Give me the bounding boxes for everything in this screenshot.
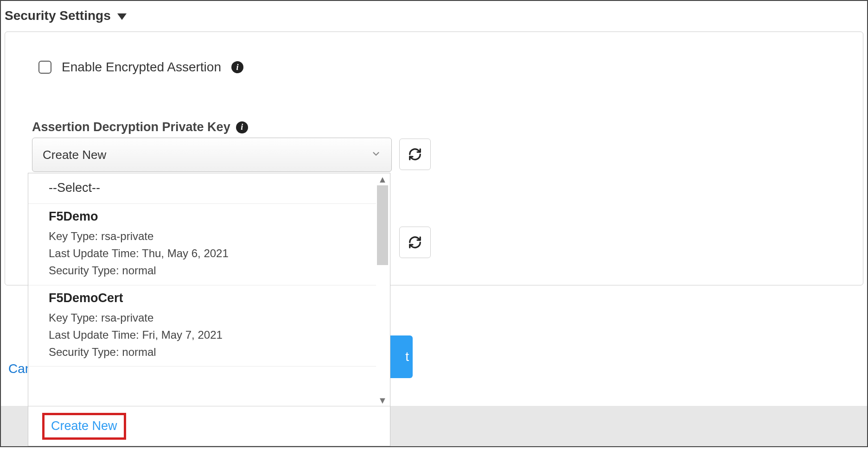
- scroll-down-arrow-icon[interactable]: ▼: [376, 395, 389, 406]
- select-value: Create New: [43, 148, 106, 162]
- section-title: Security Settings: [5, 8, 111, 23]
- chevron-down-icon: [371, 149, 381, 161]
- dropdown-item-title: F5DemoCert: [49, 291, 357, 305]
- dropdown-placeholder-label: --Select--: [49, 181, 100, 195]
- dropdown-item[interactable]: F5DemoCert Key Type: rsa-private Last Up…: [28, 285, 376, 367]
- refresh-button[interactable]: [399, 139, 431, 170]
- enable-encrypted-assertion-row: Enable Encrypted Assertion i: [38, 60, 243, 75]
- assertion-key-dropdown: --Select-- F5Demo Key Type: rsa-private …: [28, 173, 390, 446]
- dropdown-item-title-partial: [49, 372, 357, 377]
- dropdown-item-keytype: Key Type: rsa-private: [49, 309, 357, 326]
- dropdown-item-title: F5Demo: [49, 209, 357, 224]
- enable-encrypted-assertion-label: Enable Encrypted Assertion: [62, 60, 221, 75]
- dropdown-item[interactable]: [28, 367, 376, 377]
- scroll-up-arrow-icon[interactable]: ▲: [376, 174, 389, 185]
- dropdown-item-keytype: Key Type: rsa-private: [49, 228, 357, 245]
- security-settings-header[interactable]: Security Settings: [5, 8, 127, 23]
- dropdown-item-securitytype: Security Type: normal: [49, 262, 357, 279]
- assertion-key-label: Assertion Decryption Private Key: [32, 120, 230, 134]
- info-icon[interactable]: i: [236, 121, 248, 133]
- next-button[interactable]: t: [387, 335, 413, 378]
- refresh-icon: [408, 235, 422, 249]
- dropdown-item-securitytype: Security Type: normal: [49, 343, 357, 360]
- scroll-thumb[interactable]: [377, 185, 388, 265]
- assertion-key-label-row: Assertion Decryption Private Key i: [32, 120, 248, 134]
- assertion-key-select[interactable]: Create New: [32, 138, 392, 172]
- refresh-icon: [408, 147, 422, 161]
- next-button-label: t: [405, 349, 409, 364]
- dropdown-scroll-area[interactable]: --Select-- F5Demo Key Type: rsa-private …: [28, 173, 390, 407]
- dropdown-footer: Create New: [28, 406, 390, 446]
- dropdown-item[interactable]: F5Demo Key Type: rsa-private Last Update…: [28, 204, 376, 285]
- enable-encrypted-assertion-checkbox[interactable]: [38, 61, 51, 74]
- dropdown-placeholder[interactable]: --Select--: [28, 173, 376, 204]
- create-new-button[interactable]: Create New: [42, 413, 126, 440]
- dropdown-item-lastupdate: Last Update Time: Thu, May 6, 2021: [49, 245, 357, 262]
- dropdown-item-lastupdate: Last Update Time: Fri, May 7, 2021: [49, 326, 357, 343]
- refresh-button[interactable]: [399, 227, 431, 258]
- caret-down-icon: [117, 13, 127, 20]
- info-icon[interactable]: i: [231, 61, 243, 73]
- scrollbar[interactable]: ▲ ▼: [376, 175, 389, 405]
- create-new-label: Create New: [51, 419, 117, 433]
